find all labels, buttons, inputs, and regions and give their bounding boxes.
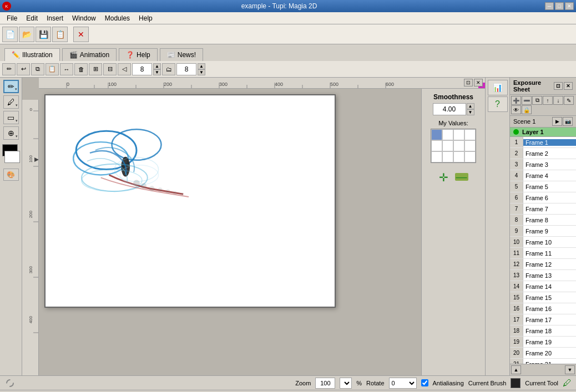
frame-row[interactable]: 17Frame 17 (510, 314, 576, 325)
tool-prev[interactable]: ◁ (118, 63, 131, 75)
frame-row[interactable]: 2Frame 2 (510, 148, 576, 159)
et-add-scene[interactable]: ➕ (511, 96, 521, 105)
drawing-area[interactable] (39, 89, 421, 375)
frame-row[interactable]: 13Frame 13 (510, 270, 576, 281)
minimize-button[interactable]: ─ (545, 2, 554, 10)
frame-row[interactable]: 6Frame 6 (510, 192, 576, 203)
color-cell-7[interactable] (464, 140, 476, 151)
frames-scroll-down[interactable]: ▼ (565, 365, 575, 374)
exposure-restore-button[interactable]: ⊡ (554, 82, 563, 90)
antialiasing-checkbox[interactable] (421, 379, 428, 386)
layer-up-button[interactable]: ▲ (198, 63, 205, 69)
frame-row[interactable]: 5Frame 5 (510, 181, 576, 192)
et-remove-scene[interactable]: ➖ (522, 96, 532, 105)
frame-row[interactable]: 15Frame 15 (510, 292, 576, 303)
layer-down-button[interactable]: ▼ (198, 69, 205, 75)
frame-row[interactable]: 9Frame 9 (510, 226, 576, 237)
tool-copy[interactable]: ⧉ (31, 63, 44, 75)
tab-illustration[interactable]: ✏️ Illustration (4, 48, 60, 61)
brush-tool-button[interactable]: ✏ ▾ (3, 80, 19, 93)
frame-row[interactable]: 19Frame 19 (510, 337, 576, 348)
et-move-down[interactable]: ↓ (553, 96, 563, 105)
color-picker-button[interactable]: 🎨 (3, 169, 19, 181)
frame-row[interactable]: 4Frame 4 (510, 170, 576, 181)
tool-align[interactable]: ⊟ (103, 63, 117, 75)
tab-animation[interactable]: 🎬 Animation (62, 48, 117, 61)
menu-file[interactable]: File (2, 13, 22, 23)
frame-row[interactable]: 18Frame 18 (510, 325, 576, 337)
frame-row[interactable]: 3Frame 3 (510, 159, 576, 170)
exposure-close-button[interactable]: ✕ (564, 82, 573, 90)
frame-row[interactable]: 16Frame 16 (510, 303, 576, 314)
tool-paste[interactable]: 📋 (46, 63, 59, 75)
color-cell-6[interactable] (453, 140, 464, 151)
tool-undo[interactable]: ↩ (17, 63, 30, 75)
smoothness-input[interactable]: 4.00 (433, 103, 466, 115)
frame-row[interactable]: 12Frame 12 (510, 259, 576, 270)
frame-row[interactable]: 21Frame 21 (510, 359, 576, 364)
color-cell-4[interactable] (431, 140, 442, 151)
et-move-up[interactable]: ↑ (543, 96, 553, 105)
color-cell-8[interactable] (431, 151, 442, 162)
frame-row[interactable]: 1Frame 1 (510, 137, 576, 148)
frame-number-input[interactable] (132, 63, 152, 75)
panel-scene-button[interactable]: 📊 (488, 80, 508, 95)
zoom-dropdown[interactable]: 100 50 200 (340, 378, 352, 389)
pencil-tool-button[interactable]: 🖊 ▾ (3, 95, 19, 109)
new-button[interactable]: 📄 (2, 27, 18, 42)
tool-pencil[interactable]: ✏ (2, 63, 16, 75)
shape-tool-button[interactable]: ▭ ▾ (3, 111, 19, 124)
et-rename[interactable]: ✎ (564, 96, 574, 105)
frame-down-button[interactable]: ▼ (153, 69, 161, 75)
frame-row[interactable]: 10Frame 10 (510, 237, 576, 248)
tool-grid[interactable]: ⊞ (89, 63, 102, 75)
frame-row[interactable]: 11Frame 11 (510, 248, 576, 259)
close-button[interactable]: ✕ (565, 2, 574, 10)
tool-layers[interactable]: 🗂 (162, 63, 175, 75)
tool-delete[interactable]: 🗑 (74, 63, 88, 75)
menu-window[interactable]: Window (68, 13, 100, 23)
frame-number-spinner[interactable]: ▲ ▼ (153, 63, 161, 75)
et-view[interactable]: 👁 (511, 105, 521, 114)
menu-edit[interactable]: Edit (22, 13, 42, 23)
color-cell-3[interactable] (464, 129, 476, 140)
color-cell-11[interactable] (464, 151, 476, 162)
color-cell-5[interactable] (442, 140, 453, 151)
save-button[interactable]: 💾 (36, 27, 51, 42)
color-cell-1[interactable] (442, 129, 453, 140)
rotate-select[interactable]: 0 90 180 270 (389, 378, 417, 389)
color-background[interactable] (4, 151, 20, 163)
layer-number-input[interactable] (176, 63, 196, 75)
menu-insert[interactable]: Insert (42, 13, 68, 23)
maximize-button[interactable]: □ (555, 2, 564, 10)
save-as-button[interactable]: 📋 (52, 27, 68, 42)
menu-modules[interactable]: Modules (100, 13, 134, 23)
et-copy[interactable]: ⧉ (532, 96, 542, 105)
scene-camera[interactable]: 📷 (563, 117, 573, 126)
frame-row[interactable]: 8Frame 8 (510, 215, 576, 226)
zoom-input[interactable] (315, 378, 335, 389)
menu-help[interactable]: Help (134, 13, 157, 23)
scene-prev[interactable]: ▶ (552, 117, 562, 126)
tab-news[interactable]: 📰 News! (160, 48, 203, 61)
layer-number-spinner[interactable]: ▲ ▼ (198, 63, 205, 75)
canvas-restore-button[interactable]: ⊡ (464, 79, 473, 86)
delete-button[interactable]: ✕ (73, 27, 89, 42)
tool-transform[interactable]: ↔ (60, 63, 73, 75)
color-cell-0[interactable] (431, 129, 442, 140)
brush-color-swatch[interactable] (511, 378, 521, 388)
panel-question-button[interactable]: ? (488, 96, 508, 112)
frame-row[interactable]: 7Frame 7 (510, 203, 576, 215)
color-cell-9[interactable] (442, 151, 453, 162)
smoothness-down-button[interactable]: ▼ (467, 109, 474, 115)
et-lock[interactable]: 🔒 (522, 105, 532, 114)
select-tool-button[interactable]: ⊕ ▾ (3, 126, 19, 140)
tab-help[interactable]: ❓ Help (119, 48, 158, 61)
frame-row[interactable]: 20Frame 20 (510, 348, 576, 359)
add-canvas-button[interactable]: ✛ (439, 171, 448, 184)
color-cell-10[interactable] (453, 151, 464, 162)
remove-canvas-button[interactable]: — (455, 173, 468, 181)
open-button[interactable]: 📂 (19, 27, 34, 42)
frame-row[interactable]: 14Frame 14 (510, 281, 576, 292)
frame-up-button[interactable]: ▲ (153, 63, 161, 69)
